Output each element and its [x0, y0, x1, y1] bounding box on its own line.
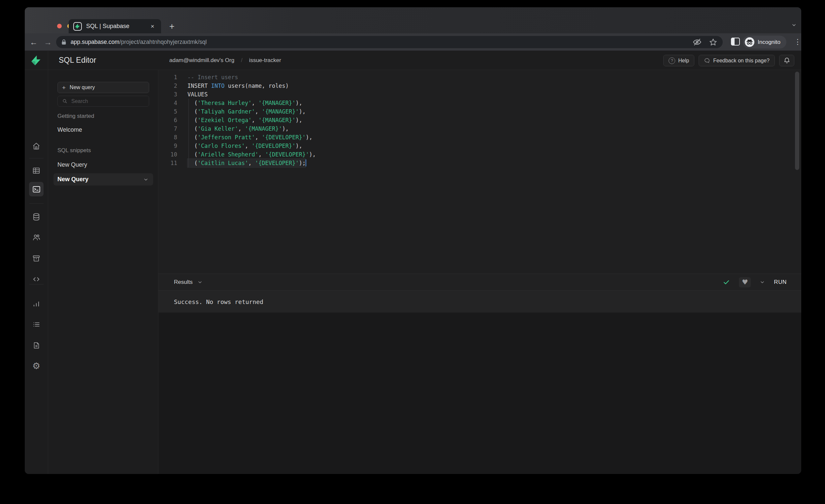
tab-search-chevron-icon[interactable]: [791, 22, 797, 28]
speech-bubble-icon: [704, 57, 710, 64]
active-snippet-label: New Query: [57, 176, 88, 183]
indent-guide: [189, 99, 189, 167]
sidebar-item-reports[interactable]: [29, 297, 44, 311]
line-number: 5: [158, 107, 177, 116]
notifications-button[interactable]: [779, 55, 794, 66]
code-line[interactable]: 3VALUES: [158, 90, 801, 99]
plus-icon: +: [62, 84, 66, 91]
new-query-label: New query: [70, 84, 95, 90]
side-panel-icon[interactable]: [731, 38, 740, 46]
code-line[interactable]: 11 ('Caitlin Lucas', '{DEVELOPER}');: [158, 159, 801, 167]
breadcrumb-org[interactable]: adam@windmill.dev's Org: [169, 57, 234, 64]
content-background: [158, 312, 801, 474]
sidebar-item-new-query-active[interactable]: New Query: [54, 173, 153, 186]
chevron-down-icon[interactable]: [760, 280, 765, 285]
incognito-label: Incognito: [758, 39, 780, 46]
text-cursor: [306, 159, 306, 166]
results-dropdown[interactable]: Results: [174, 279, 203, 286]
new-query-button[interactable]: + New query: [57, 82, 149, 93]
incognito-badge: Incognito: [743, 35, 786, 49]
header-actions: ? Help Feedback on this page?: [663, 55, 794, 66]
favorite-button[interactable]: ♥: [739, 277, 751, 287]
sidebar-item-database[interactable]: [29, 210, 44, 224]
search-icon: [62, 98, 68, 104]
code-line[interactable]: 2INSERT INTO users(name, roles): [158, 81, 801, 90]
code-line[interactable]: 10 ('Arielle Shepherd', '{DEVELOPER}'),: [158, 150, 801, 159]
sidebar-item-settings[interactable]: ⚙: [29, 358, 44, 373]
breadcrumb-project[interactable]: issue-tracker: [249, 57, 281, 64]
sidebar-item-sql-editor[interactable]: [29, 182, 44, 196]
lock-icon: [61, 39, 66, 45]
code-text: -- Insert users: [188, 73, 238, 81]
forward-icon[interactable]: →: [42, 37, 54, 48]
chevron-down-icon[interactable]: [143, 177, 149, 182]
tab-close-icon[interactable]: ×: [149, 23, 156, 30]
page-title: SQL Editor: [59, 56, 96, 65]
rail-divider: [29, 284, 44, 285]
app-header: SQL Editor adam@windmill.dev's Org / iss…: [25, 51, 801, 70]
search-input[interactable]: [71, 98, 145, 104]
address-bar[interactable]: app.supabase.com /project/azahtnhqohyjer…: [56, 36, 723, 48]
gear-icon: ⚙: [32, 361, 40, 370]
close-window-button[interactable]: [57, 24, 62, 28]
browser-tab[interactable]: SQL | Supabase ×: [69, 19, 161, 33]
help-button[interactable]: ? Help: [663, 55, 694, 66]
feedback-button[interactable]: Feedback on this page?: [699, 55, 775, 66]
rail-divider: [29, 158, 44, 158]
bookmark-star-icon[interactable]: [709, 38, 718, 47]
code-text: ('Caitlin Lucas', '{DEVELOPER}');: [188, 159, 306, 167]
code-line[interactable]: 1-- Insert users: [158, 73, 801, 81]
sidebar-item-authentication[interactable]: [29, 230, 44, 244]
help-label: Help: [678, 58, 689, 64]
tab-title: SQL | Supabase: [86, 23, 149, 30]
sidebar-item-table-editor[interactable]: [29, 163, 44, 178]
sidebar-item-logs[interactable]: [29, 317, 44, 332]
back-icon[interactable]: ←: [28, 37, 39, 48]
code-line[interactable]: 8 ('Jefferson Pratt', '{DEVELOPER}'),: [158, 133, 801, 142]
eye-off-icon[interactable]: [693, 38, 701, 47]
breadcrumb-separator: /: [241, 57, 242, 63]
results-actions: ♥ RUN: [723, 274, 787, 290]
supabase-favicon-icon: [73, 22, 82, 31]
success-message: Success. No rows returned: [174, 298, 264, 305]
code-text: ('Gia Keller', '{MANAGER}'),: [188, 125, 289, 133]
sql-code-editor[interactable]: 1-- Insert users2INSERT INTO users(name,…: [158, 70, 801, 274]
help-circle-icon: ?: [669, 57, 675, 64]
editor-scrollbar[interactable]: [795, 72, 799, 170]
new-tab-button[interactable]: +: [166, 20, 178, 32]
main-area: 1-- Insert users2INSERT INTO users(name,…: [158, 70, 801, 474]
browser-toolbar: ← → ↻ app.supabase.com /project/azahtnhq…: [25, 33, 801, 51]
sidebar-item-welcome[interactable]: Welcome: [57, 126, 82, 133]
overflow-menu-icon[interactable]: ⋮: [793, 37, 801, 47]
browser-tab-strip: SQL | Supabase × +: [25, 7, 801, 33]
incognito-spy-icon: [745, 37, 754, 47]
code-text: INSERT INTO users(name, roles): [188, 81, 289, 90]
rail-divider: [29, 203, 44, 204]
sql-editor-sidebar: + New query Getting started Welcome SQL …: [48, 70, 158, 474]
line-number: 4: [158, 99, 177, 107]
run-button[interactable]: RUN: [774, 279, 787, 286]
supabase-logo[interactable]: [25, 51, 48, 70]
results-label: Results: [174, 279, 193, 286]
code-line[interactable]: 9 ('Carlo Flores', '{DEVELOPER}'),: [158, 142, 801, 150]
code-line[interactable]: 7 ('Gia Keller', '{MANAGER}'),: [158, 125, 801, 133]
section-getting-started: Getting started: [57, 113, 94, 120]
sidebar-item-new-query[interactable]: New Query: [57, 161, 87, 168]
code-text: ('Carlo Flores', '{DEVELOPER}'),: [188, 142, 302, 150]
code-line[interactable]: 4 ('Theresa Hurley', '{MANAGER}'),: [158, 99, 801, 107]
code-text: VALUES: [188, 90, 208, 99]
line-number: 11: [158, 159, 177, 167]
sidebar-item-home[interactable]: [29, 139, 44, 153]
sidebar-item-api-docs[interactable]: [29, 338, 44, 353]
code-line[interactable]: 5 ('Taliyah Gardner', '{MANAGER}'),: [158, 107, 801, 116]
code-text: ('Theresa Hurley', '{MANAGER}'),: [188, 99, 302, 107]
results-panel: Success. No rows returned: [158, 291, 801, 312]
results-toolbar: Results ♥ RUN: [158, 274, 801, 291]
code-line[interactable]: 6 ('Ezekiel Ortega', '{MANAGER}'),: [158, 116, 801, 125]
line-number: 2: [158, 81, 177, 90]
code-text: ('Arielle Shepherd', '{DEVELOPER}'),: [188, 150, 316, 159]
sidebar-item-storage[interactable]: [29, 251, 44, 266]
heart-icon: ♥: [742, 279, 748, 286]
line-number: 1: [158, 73, 177, 81]
breadcrumb: adam@windmill.dev's Org / issue-tracker: [169, 51, 281, 70]
